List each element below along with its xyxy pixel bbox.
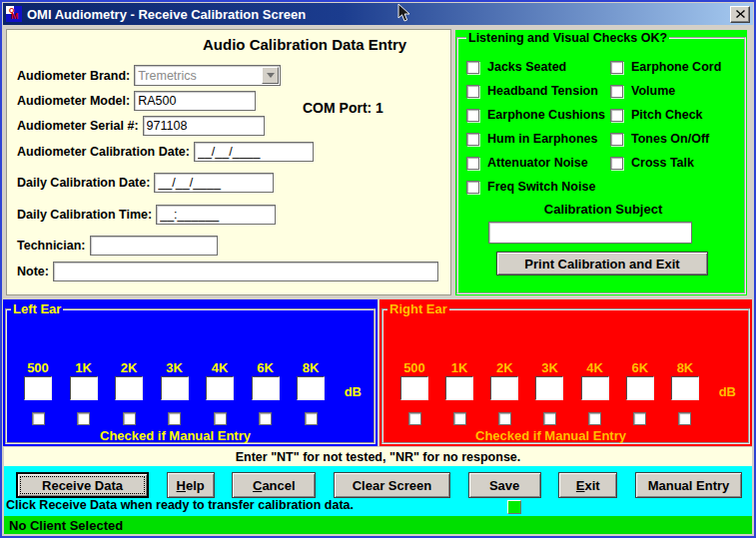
right-ear-manual-entry-checkbox-500[interactable] [408, 412, 421, 425]
checkbox-pitch-check[interactable] [610, 109, 623, 122]
checkbox-cross-talk[interactable] [610, 157, 623, 170]
checkbox-hum-in-earphones[interactable] [466, 133, 479, 146]
checkbox-volume[interactable] [610, 85, 623, 98]
right-freq-col-500: 500 [397, 360, 431, 400]
left-freq-col-3k: 3K [158, 360, 192, 400]
status-indicator-square [507, 500, 521, 514]
checkbox-earphone-cushions[interactable] [466, 109, 479, 122]
checkbox-earphone-cord[interactable] [610, 61, 623, 74]
note-input[interactable] [53, 262, 438, 281]
clear-screen-button[interactable]: Clear Screen [334, 472, 450, 498]
right-ear-threshold-input-2k[interactable] [490, 376, 518, 400]
left-freq-col-6k: 6K [249, 360, 283, 400]
left-ear-db-label: dB [345, 384, 362, 399]
receive-data-button[interactable]: Receive Data [16, 472, 149, 498]
left-ear-manual-entry-checkbox-500[interactable] [32, 412, 45, 425]
field-audiometer-brand: Audiometer Brand: Tremetrics [17, 65, 450, 86]
right-manual-slot-3k [532, 412, 566, 425]
left-ear-threshold-input-8k[interactable] [297, 376, 325, 400]
checks-col-right: Earphone CordVolumePitch CheckTones On/O… [610, 55, 742, 199]
left-ear-threshold-input-6k[interactable] [252, 376, 280, 400]
help-button[interactable]: Help [167, 472, 215, 498]
close-button[interactable] [730, 6, 750, 23]
technician-input[interactable] [90, 236, 218, 256]
right-ear-manual-entry-checkbox-6k[interactable] [633, 412, 646, 425]
left-manual-slot-2k [112, 412, 146, 425]
form-rows: Audiometer Brand: Tremetrics Audiometer … [17, 65, 450, 281]
checkbox-label: Pitch Check [631, 108, 703, 122]
freq-label-2k: 2K [121, 360, 138, 376]
freq-label-8k: 8K [677, 360, 694, 376]
left-freq-col-4k: 4K [203, 360, 237, 400]
right-ear-threshold-input-1k[interactable] [445, 376, 473, 400]
right-ear-threshold-input-8k[interactable] [671, 376, 699, 400]
checkbox-label: Hum in Earphones [487, 132, 597, 146]
checkbox-tones-on-off[interactable] [610, 133, 623, 146]
audiometer-brand-dropdown[interactable]: Tremetrics [134, 65, 281, 86]
calibration-subject-input[interactable] [488, 222, 692, 244]
right-ear-manual-entry-checkbox-3k[interactable] [543, 412, 556, 425]
exit-button[interactable]: Exit [558, 472, 617, 498]
left-ear-manual-entry-checkbox-8k[interactable] [305, 412, 318, 425]
freq-label-6k: 6K [631, 360, 648, 376]
checkbox-headband-tension[interactable] [466, 85, 479, 98]
right-ear-manual-entry-checkbox-1k[interactable] [453, 412, 466, 425]
right-manual-slot-2k [487, 412, 521, 425]
right-ear-threshold-input-6k[interactable] [626, 376, 654, 400]
manual-entry-button[interactable]: Manual Entry [635, 472, 742, 498]
left-ear-threshold-input-1k[interactable] [70, 376, 98, 400]
print-calibration-exit-button[interactable]: Print Calibration and Exit [496, 252, 708, 275]
field-audiometer-model: Audiometer Model: [17, 91, 450, 111]
daily-calibration-date-label: Daily Calibration Date: [17, 176, 150, 190]
right-ear-manual-entry-checkbox-4k[interactable] [588, 412, 601, 425]
right-freq-col-3k: 3K [532, 360, 566, 400]
right-ear-manual-entry-checkbox-2k[interactable] [498, 412, 511, 425]
audiometer-calibration-date-input[interactable] [194, 142, 314, 162]
left-ear-manual-entry-checkbox-1k[interactable] [77, 412, 90, 425]
left-ear-manual-entry-checkbox-3k[interactable] [168, 412, 181, 425]
checkbox-label: Cross Talk [631, 156, 694, 170]
dropdown-arrow-button[interactable] [262, 67, 279, 84]
audiometer-model-input[interactable] [134, 91, 256, 111]
check-item-tones-on-off: Tones On/Off [610, 127, 742, 151]
right-ear-manual-entry-checkbox-8k[interactable] [678, 412, 691, 425]
left-ear-threshold-input-2k[interactable] [115, 376, 143, 400]
check-item-attenuator-noise: Attenuator Noise [466, 151, 610, 175]
checkbox-attenuator-noise[interactable] [466, 157, 479, 170]
checkbox-label: Freq Switch Noise [487, 180, 595, 194]
listening-checks-panel: Listening and Visual Checks OK? Jacks Se… [455, 30, 747, 295]
mouse-cursor [397, 3, 411, 23]
cancel-button[interactable]: Cancel [232, 472, 316, 498]
titlebar[interactable]: O M OMI Audiometry - Receive Calibration… [3, 3, 753, 25]
right-ear-threshold-input-500[interactable] [400, 376, 428, 400]
freq-label-3k: 3K [541, 360, 558, 376]
freq-label-6k: 6K [257, 360, 274, 376]
left-ear-manual-entry-checkbox-6k[interactable] [259, 412, 272, 425]
freq-label-3k: 3K [166, 360, 183, 376]
left-manual-slot-4k [203, 412, 237, 425]
right-ear-threshold-input-4k[interactable] [581, 376, 609, 400]
checkbox-freq-switch-noise[interactable] [466, 181, 479, 194]
dropdown-selected-value: Tremetrics [135, 69, 262, 83]
daily-calibration-date-input[interactable] [154, 173, 274, 193]
left-ear-threshold-input-4k[interactable] [206, 376, 234, 400]
left-ear-manual-entry-checkbox-4k[interactable] [214, 412, 227, 425]
checkbox-label: Earphone Cushions [487, 108, 605, 122]
field-daily-calibration-time: Daily Calibration Time: [17, 205, 450, 225]
field-note: Note: [17, 262, 450, 281]
daily-calibration-time-input[interactable] [156, 205, 276, 225]
checkbox-jacks-seated[interactable] [466, 61, 479, 74]
left-ear-threshold-input-3k[interactable] [161, 376, 189, 400]
right-ear-db-label: dB [719, 384, 736, 399]
right-ear-threshold-input-3k[interactable] [535, 376, 563, 400]
right-ear-groupbox: Right Ear 5001K2K3K4K6K8K dB Checked if … [381, 301, 750, 444]
check-item-cross-talk: Cross Talk [610, 151, 742, 175]
listening-checks-groupbox: Listening and Visual Checks OK? Jacks Se… [456, 31, 746, 294]
save-button[interactable]: Save [468, 472, 541, 498]
client-status-bar: No Client Selected [4, 516, 752, 534]
audiometer-serial-input[interactable] [143, 116, 265, 136]
calibration-data-panel: Audio Calibration Data Entry Audiometer … [6, 29, 451, 295]
left-ear-threshold-input-500[interactable] [24, 376, 52, 400]
app-icon: O M [6, 6, 22, 22]
left-ear-manual-entry-checkbox-2k[interactable] [123, 412, 136, 425]
